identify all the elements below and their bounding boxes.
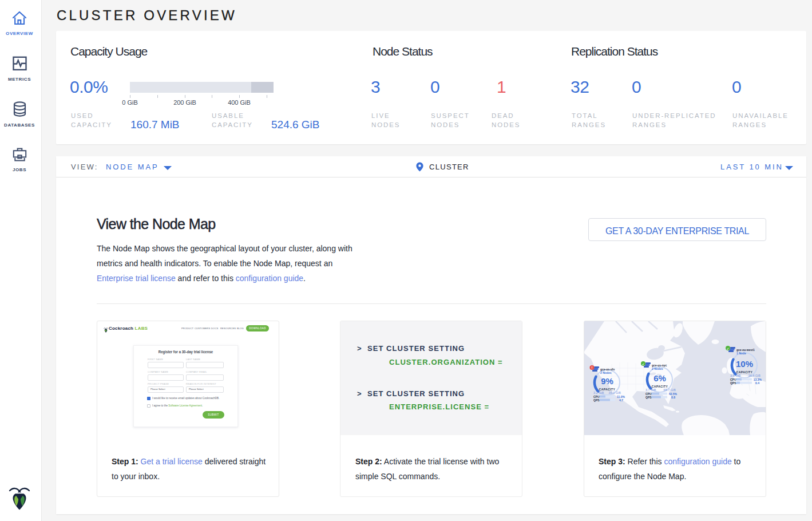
svg-text:2 Nodes: 2 Nodes <box>652 367 663 370</box>
svg-text:36.4 GiB: 36.4 GiB <box>748 374 761 377</box>
svg-text:10%: 10% <box>736 359 753 369</box>
svg-text:QPS: QPS <box>645 396 652 399</box>
svg-text:3.7 GiB: 3.7 GiB <box>645 388 656 392</box>
svg-text:9%: 9% <box>601 376 613 386</box>
svg-text:6%: 6% <box>653 373 666 383</box>
svg-text:0.4: 0.4 <box>755 381 759 385</box>
svg-text:35.1 GiB: 35.1 GiB <box>609 391 621 394</box>
svg-text:QPS: QPS <box>730 381 736 385</box>
svg-text:!: ! <box>592 366 593 369</box>
svg-text:3.6 GiB: 3.6 GiB <box>730 374 741 377</box>
svg-text:✓: ✓ <box>727 347 730 350</box>
svg-text:65.7 GiB: 65.7 GiB <box>664 388 676 392</box>
svg-text:2 Nodes: 2 Nodes <box>600 371 612 374</box>
svg-text:QPS: QPS <box>593 398 600 402</box>
svg-text:3.2 GiB: 3.2 GiB <box>593 391 604 394</box>
svg-text:gce-eu-west1: gce-eu-west1 <box>736 348 755 352</box>
svg-text:gce-us-nyc: gce-us-nyc <box>652 364 667 367</box>
svg-text:✓: ✓ <box>642 362 645 366</box>
svg-text:8.8: 8.8 <box>671 396 675 399</box>
svg-text:gce-us-sfo: gce-us-sfo <box>600 368 615 371</box>
svg-text:4.7: 4.7 <box>619 398 623 402</box>
svg-text:1 Node: 1 Node <box>736 352 746 355</box>
